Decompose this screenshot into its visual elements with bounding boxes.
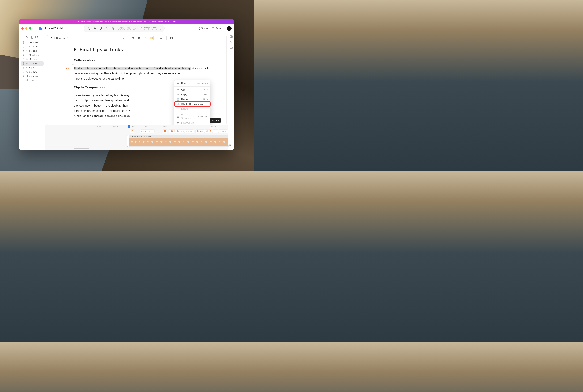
microphone-icon[interactable]	[111, 27, 115, 30]
close-button[interactable]	[21, 27, 24, 30]
undo-icon[interactable]	[87, 27, 91, 30]
sidebar-item[interactable]: 1. Overview	[21, 40, 44, 44]
italic-button[interactable]: I	[143, 36, 148, 40]
upgrade-banner: You have 2 hours 59 minutes of transcrip…	[19, 19, 234, 24]
word-chip[interactable]: vers	[212, 130, 219, 133]
play-icon[interactable]	[93, 27, 97, 30]
svg-rect-1	[40, 27, 41, 30]
chevron-right-icon: ▸	[207, 122, 208, 124]
bug-icon: ✱	[177, 122, 179, 124]
playhead[interactable]	[129, 125, 129, 150]
word-chip[interactable]: history.	[219, 130, 228, 133]
timeline-scrollbar[interactable]	[74, 148, 89, 149]
app-window: You have 2 hours 59 minutes of transcrip…	[19, 19, 234, 150]
bold-button[interactable]: B	[137, 36, 141, 40]
word-chip[interactable]: being s	[176, 130, 185, 133]
menu-play[interactable]: ▶PlayOption+Click	[174, 81, 210, 86]
menu-delete: Delete	[174, 106, 210, 111]
time-mark: 00:06	[228, 126, 228, 128]
maximize-button[interactable]	[29, 27, 31, 30]
paperclip-icon[interactable]	[159, 36, 164, 40]
sequence-icon: ☰	[177, 115, 179, 118]
chevron-right-icon: ▸	[207, 103, 208, 105]
sidebar-item[interactable]: 2. S…asics	[21, 44, 44, 49]
comment-button[interactable]	[169, 36, 174, 40]
effects-icon[interactable]	[105, 27, 109, 30]
share-button[interactable]: Share	[197, 27, 208, 30]
clip-handle-left[interactable]	[127, 135, 129, 147]
clipboard-icon: 📋	[177, 98, 179, 101]
sliders-icon[interactable]	[230, 41, 233, 44]
mode-dropdown-icon[interactable]: ◇	[67, 37, 68, 39]
sidebar-item[interactable]: 6. F…ricks	[21, 62, 44, 66]
text-cursor	[74, 66, 74, 70]
menu-cut[interactable]: ✂Cut⌘+X	[174, 87, 210, 92]
transport-bar: 0:00:00.00 6. Final Tips & Tricks	[84, 24, 165, 32]
help-button[interactable]: ?	[228, 144, 232, 148]
sidebar-item[interactable]: 4. M…olume	[21, 53, 44, 57]
word-chip[interactable]: in real-t	[184, 130, 194, 133]
menu-clip-to-composition[interactable]: 📎Clip to Composition▸	[174, 102, 210, 106]
timestamp-label: 00:00	[72, 63, 76, 66]
menu-copy[interactable]: ⧉Copy⌘+C	[174, 92, 210, 97]
strikethrough-button[interactable]: S	[131, 36, 135, 40]
time-mark: -00:01	[113, 126, 118, 128]
banner-text: You have 2 hours 59 minutes of transcrip…	[76, 20, 149, 22]
editor-panel: Edit Media ◇ +⌄ S B I	[47, 35, 227, 125]
edit-mode-selector[interactable]: Edit Media	[54, 37, 65, 40]
sidebar-item[interactable]: 5. M…ences	[21, 57, 44, 62]
word-chip[interactable]: of thi	[169, 130, 176, 133]
app-logo-icon	[39, 26, 43, 30]
word-chip[interactable]: the Clo	[195, 130, 205, 133]
project-dropdown-icon[interactable]: ⌄	[65, 27, 67, 29]
play-icon: ▶	[177, 82, 179, 85]
project-name[interactable]: Podcast Tutorial	[45, 27, 63, 30]
sidebar-item[interactable]: Clip…asics	[21, 74, 44, 78]
editor-toolbar: Edit Media ◇ +⌄ S B I	[47, 35, 226, 41]
highlight-button[interactable]	[149, 36, 154, 40]
svg-point-4	[107, 28, 108, 28]
timeline[interactable]: -00:02-00:0100:0000:0100:0200:0500:0600:…	[46, 125, 228, 150]
word-chip[interactable]: Fi	[130, 130, 135, 133]
svg-point-5	[107, 29, 107, 29]
menu-edit-sequence: ☰Edit Sequence⌘+Shift+O	[174, 113, 210, 120]
heading-collaboration: Collaboration	[74, 58, 215, 64]
search-icon[interactable]	[26, 36, 29, 38]
sidebar-item[interactable]: 3. T…iting	[21, 49, 44, 53]
svg-rect-24	[230, 47, 232, 48]
add-new-button[interactable]: + Add new…	[21, 78, 44, 82]
svg-point-6	[107, 27, 107, 27]
context-menu: ▶PlayOption+Click ✂Cut⌘+X ⧉Copy⌘+C 📋Past…	[174, 80, 210, 125]
minimize-button[interactable]	[25, 27, 28, 30]
comments-icon[interactable]	[230, 46, 233, 50]
svg-point-3	[106, 28, 107, 28]
scissors-icon: ✂	[177, 88, 179, 91]
audio-clip[interactable]: 6. Final Tips & Tricks.wav	[129, 135, 228, 147]
word-track: FicollaborationAllof thibeing sin real-t…	[46, 130, 228, 134]
sidebar-item[interactable]: Comp #1	[21, 66, 44, 70]
menu-paste[interactable]: 📋Paste⌘+V	[174, 97, 210, 102]
word-chip[interactable]: All	[163, 130, 168, 133]
redo-icon[interactable]	[99, 27, 103, 30]
speaker-label[interactable]: Erin	[66, 67, 70, 71]
clip-selector[interactable]: 6. Final Tips & Tricks	[139, 27, 161, 30]
sidebar: 1. Overview2. S…asics3. T…iting4. M…olum…	[19, 33, 46, 150]
user-avatar[interactable]: Id	[227, 26, 232, 31]
selected-text: First, collaboration. All of this is bei…	[74, 66, 191, 70]
upgrade-link[interactable]: upgrade to Descript Producer.	[149, 20, 177, 22]
sidebar-item[interactable]: Clip…ricks	[21, 70, 44, 74]
page-title: 6. Final Tips & Tricks	[74, 45, 215, 54]
saved-indicator: Saved	[211, 27, 222, 30]
word-chip[interactable]: collaboration	[140, 130, 155, 133]
svg-rect-2	[41, 28, 42, 30]
hamburger-icon[interactable]	[21, 36, 25, 38]
panel-toggle-icon[interactable]	[230, 35, 233, 38]
insert-button[interactable]: +⌄	[121, 36, 125, 40]
paperclip-icon: 📎	[177, 103, 179, 106]
time-ruler[interactable]: -00:02-00:0100:0000:0100:0200:0500:0600:…	[46, 125, 228, 129]
library-icon[interactable]	[35, 36, 38, 38]
pages-icon[interactable]	[31, 36, 34, 38]
svg-rect-10	[32, 36, 33, 38]
time-mark: 00:05	[211, 126, 216, 128]
word-chip[interactable]: with f	[205, 130, 212, 133]
